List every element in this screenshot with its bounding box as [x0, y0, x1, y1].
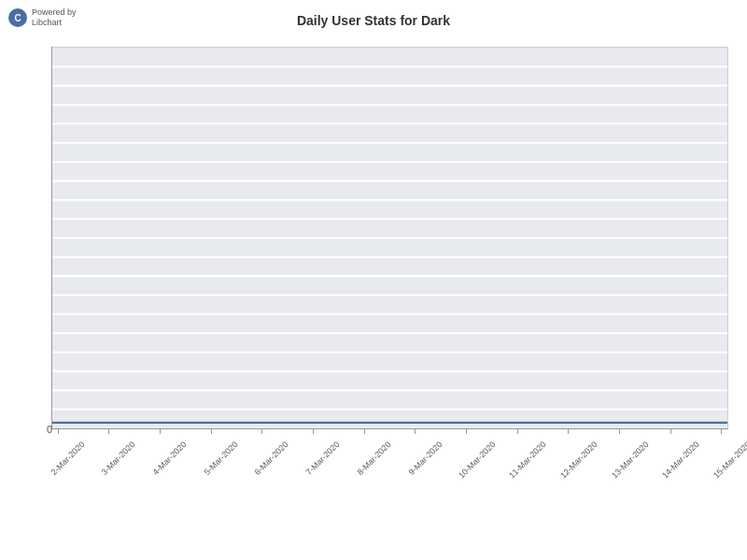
x-label-item: 12-Mar-2020 [562, 429, 575, 449]
x-axis-label: 2-Mar-2020 [49, 440, 86, 477]
x-label-item: 10-Mar-2020 [460, 429, 473, 449]
x-label-item: 3-Mar-2020 [103, 429, 116, 449]
x-axis-label: 13-Mar-2020 [610, 440, 651, 481]
x-label-item: 2-Mar-2020 [51, 429, 64, 449]
x-tick [58, 429, 59, 434]
x-tick [568, 429, 569, 434]
x-tick [670, 429, 671, 434]
x-axis-label: 9-Mar-2020 [406, 440, 444, 477]
x-tick [313, 429, 314, 434]
x-tick [211, 429, 212, 434]
x-tick [261, 429, 262, 434]
x-label-item: 4-Mar-2020 [153, 429, 166, 449]
x-axis-label: 3-Mar-2020 [100, 440, 137, 477]
x-axis-label: 7-Mar-2020 [304, 440, 342, 477]
x-label-item: 6-Mar-2020 [256, 429, 269, 449]
x-axis-label: 15-Mar-2020 [712, 440, 747, 481]
x-axis: 2-Mar-20203-Mar-20204-Mar-20205-Mar-2020… [51, 429, 728, 551]
x-axis-label: 8-Mar-2020 [355, 440, 392, 477]
x-tick [415, 429, 416, 434]
chart-plot-area [51, 47, 728, 429]
x-label-item: 15-Mar-2020 [715, 429, 728, 449]
x-label-item: 8-Mar-2020 [358, 429, 371, 449]
x-label-item: 11-Mar-2020 [511, 429, 524, 449]
x-axis-label: 10-Mar-2020 [457, 440, 498, 481]
x-tick [364, 429, 365, 434]
x-label-item: 9-Mar-2020 [409, 429, 422, 449]
x-axis-label: 11-Mar-2020 [508, 440, 549, 481]
x-tick [466, 429, 467, 434]
x-tick [517, 429, 518, 434]
x-axis-label: 6-Mar-2020 [253, 440, 290, 477]
x-axis-label: 4-Mar-2020 [151, 440, 189, 477]
chart-title: Daily User Stats for Dark [0, 13, 747, 28]
y-axis: 0 [42, 47, 56, 429]
x-tick [721, 429, 722, 434]
x-label-item: 5-Mar-2020 [204, 429, 218, 449]
x-tick [619, 429, 620, 434]
x-axis-label: 14-Mar-2020 [661, 440, 702, 481]
x-label-item: 13-Mar-2020 [613, 429, 627, 449]
x-label-item: 7-Mar-2020 [306, 429, 319, 449]
data-line-svg [52, 48, 727, 428]
x-label-item: 14-Mar-2020 [664, 429, 677, 449]
x-axis-label: 5-Mar-2020 [202, 440, 239, 477]
x-tick [160, 429, 161, 434]
x-tick [108, 429, 109, 434]
x-axis-label: 12-Mar-2020 [558, 440, 599, 481]
chart-container: C Powered by Libchart Daily User Stats f… [0, 0, 747, 560]
